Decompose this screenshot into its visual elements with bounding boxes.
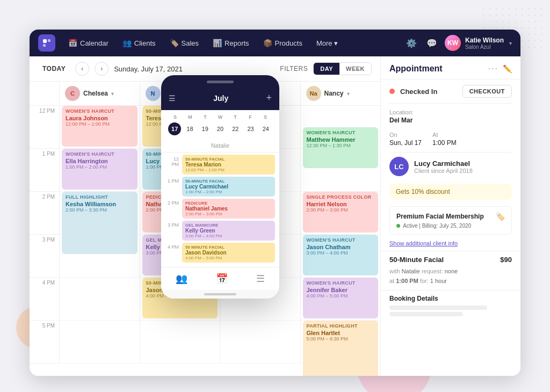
panel-title: Appointment — [389, 64, 484, 74]
next-day-button[interactable]: › — [95, 62, 108, 76]
filters-label[interactable]: FILTERS — [280, 65, 308, 72]
status-dot — [389, 89, 395, 94]
appt-matthew-hammer[interactable]: WOMEN'S HAIRCUT Matthew Hammer 12:30 PM … — [303, 127, 379, 168]
phone-calendar: S M T W T F S 17 18 19 20 22 23 24 — [161, 110, 279, 140]
chelsea-col: WOMEN'S HAIRCUT Laura Johnson 12:00 PM –… — [59, 106, 140, 364]
nav-item-sales[interactable]: 🏷️ Sales — [164, 35, 205, 50]
time-col-header — [30, 82, 59, 105]
phone-overlay: ☰ July + S M T W T F S 17 18 19 20 22 23… — [161, 75, 279, 299]
phone-time-300: 3 PM — [165, 221, 179, 241]
phone-home-bar — [161, 290, 279, 299]
day-hdr-s1: S — [168, 114, 183, 120]
day-hdr-s2: S — [258, 114, 273, 120]
on-label: On — [389, 132, 422, 138]
user-name: Katie Wilson — [465, 37, 504, 44]
time-1200: 12 PM — [30, 106, 59, 149]
phone-time-400: 4 PM — [165, 243, 179, 263]
right-panel: Appointment ··· ✏️ Checked In CHECKOUT L… — [381, 56, 520, 376]
phone-day-23[interactable]: 23 — [244, 122, 257, 135]
phone-appt-row-4: 3 PM GEL MANICURE Kelly Green 3:00 PM – … — [165, 221, 275, 241]
calendar-icon: 📅 — [68, 39, 77, 47]
phone-add-button[interactable]: + — [266, 92, 272, 104]
phone-nav-people-icon[interactable]: 👥 — [176, 273, 187, 285]
show-client-link[interactable]: Show additional client info — [381, 238, 520, 251]
nav-item-products[interactable]: 📦 Products — [258, 35, 308, 50]
chelsea-name: Chelsea — [83, 90, 108, 97]
at-label: At — [432, 132, 457, 138]
phone-selected-date: Natalie — [161, 140, 279, 153]
phone-day-22[interactable]: 22 — [229, 122, 242, 135]
appt-kesha-williamson[interactable]: FULL HIGHLIGHT Kesha Williamson 2:00 PM … — [62, 192, 138, 254]
day-hdr-f: F — [243, 114, 258, 120]
nav-item-more[interactable]: More ▾ — [311, 36, 343, 50]
phone-home-indicator — [204, 293, 236, 295]
prev-day-button[interactable]: ‹ — [75, 62, 89, 76]
phone-day-19[interactable]: 19 — [199, 122, 212, 135]
location-label: Location: — [389, 109, 414, 115]
panel-edit-button[interactable]: ✏️ — [503, 64, 512, 73]
phone-appt-jason[interactable]: 50 MINUTE FACIAL Jason Davidson 4:00 PM … — [182, 243, 275, 263]
phone-day-18[interactable]: 18 — [183, 122, 196, 135]
appt-laura-johnson[interactable]: WOMEN'S HAIRCUT Laura Johnson 12:00 PM –… — [62, 106, 138, 147]
booking-lines — [389, 306, 512, 316]
staff-col-nancy[interactable]: Na Nancy ▾ — [300, 82, 381, 105]
phone-appt-lucy[interactable]: 50-MINUTE FACIAL Lucy Carmichael 1:00 PM… — [182, 177, 275, 197]
appt-harriet-nelson[interactable]: SINGLE PROCESS COLOR Harriet Nelson 2:00… — [303, 192, 379, 233]
current-date-label: Sunday, July 17, 2021 — [114, 65, 274, 73]
products-icon: 📦 — [263, 39, 272, 47]
appt-jason-chatham[interactable]: WOMEN'S HAIRCUT Jason Chatham 3:00 PM – … — [303, 235, 379, 275]
membership-title: Premium Facial Membership 🏷️ — [396, 212, 505, 221]
staff-col-chelsea[interactable]: C Chelsea ▾ — [59, 82, 140, 105]
appt-jennifer-baker[interactable]: WOMEN'S HAIRCUT Jennifer Baker 4:00 PM –… — [303, 278, 379, 318]
panel-menu-button[interactable]: ··· — [488, 64, 498, 74]
appt-glen-hartlet[interactable]: PARTIAL HIGHLIGHT Glen Hartlet 5:00 PM –… — [303, 321, 379, 376]
at-value: 1:00 PM — [432, 139, 457, 147]
client-section: LC Lucy Carmichael Client since April 20… — [381, 153, 520, 180]
day-view-button[interactable]: DAY — [314, 63, 339, 75]
phone-appt-row-2: 1 PM 50-MINUTE FACIAL Lucy Carmichael 1:… — [165, 177, 275, 197]
time-column: 12 PM 1 PM 2 PM 3 PM 4 PM 5 PM — [30, 106, 59, 376]
nancy-chevron-icon: ▾ — [347, 91, 350, 97]
time-100: 1 PM — [30, 149, 59, 192]
booking-title: Booking Details — [389, 295, 512, 302]
phone-time-100: 1 PM — [165, 177, 179, 197]
phone-day-24[interactable]: 24 — [259, 122, 272, 135]
checkout-button[interactable]: CHECKOUT — [462, 85, 512, 98]
phone-appt-nathaniel[interactable]: PEDICURE Nathaniel James 2:00 PM – 3:00 … — [182, 199, 275, 219]
service-details: with Natalie request: none at 1:00 PM fo… — [389, 267, 512, 286]
phone-appt-row-1: 12 PM 50-MINUTE FACIAL Teresa Marion 12:… — [165, 155, 275, 175]
messages-icon[interactable]: 💬 — [424, 36, 439, 50]
clients-icon: 👥 — [122, 39, 132, 47]
phone-day-17[interactable]: 17 — [168, 122, 181, 135]
nancy-avatar: Na — [306, 86, 321, 101]
nav-item-reports[interactable]: 📊 Reports — [207, 35, 255, 50]
today-button[interactable]: TODAY — [38, 63, 70, 75]
client-name: Lucy Carmichael — [414, 159, 473, 168]
phone-appt-teresa[interactable]: 50-MINUTE FACIAL Teresa Marion 12:00 PM … — [182, 155, 275, 175]
chelsea-avatar: C — [65, 86, 80, 101]
phone-appt-row-5: 4 PM 50 MINUTE FACIAL Jason Davidson 4:0… — [165, 243, 275, 263]
nav-item-clients[interactable]: 👥 Clients — [117, 35, 161, 50]
week-view-button[interactable]: WEEK — [339, 63, 371, 75]
phone-nav-menu-icon[interactable]: ☰ — [256, 273, 265, 285]
phone-nav-calendar-icon[interactable]: 📅 — [216, 273, 228, 285]
phone-day-20[interactable]: 20 — [214, 122, 227, 135]
phone-notch-bar — [207, 81, 234, 83]
sales-icon: 🏷️ — [170, 39, 179, 47]
time-400: 4 PM — [30, 278, 59, 321]
phone-month: July — [213, 94, 228, 103]
phone-appt-kelly[interactable]: GEL MANICURE Kelly Green 3:00 PM – 4:00 … — [182, 221, 275, 241]
service-row: 50-Minute Facial $90 — [389, 256, 512, 264]
nancy-name: Nancy — [324, 90, 344, 97]
phone-notch — [161, 75, 279, 88]
nav-item-calendar[interactable]: 📅 Calendar — [63, 35, 114, 50]
phone-back-icon[interactable]: ☰ — [169, 94, 176, 103]
settings-icon[interactable]: ⚙️ — [404, 36, 419, 50]
nav-user[interactable]: KW Katie Wilson Salon Azul ▾ — [445, 35, 512, 51]
day-hdr-m: M — [183, 114, 198, 120]
nav-right: ⚙️ 💬 KW Katie Wilson Salon Azul ▾ — [404, 35, 512, 51]
appt-ella-harrington[interactable]: WOMEN'S HAIRCUT Ella Harrington 1:00 PM … — [62, 149, 138, 190]
nancy-col: WOMEN'S HAIRCUT Matthew Hammer 12:30 PM … — [300, 106, 381, 364]
service-section: 50-Minute Facial $90 with Natalie reques… — [381, 251, 520, 290]
user-chevron-icon: ▾ — [509, 40, 512, 46]
